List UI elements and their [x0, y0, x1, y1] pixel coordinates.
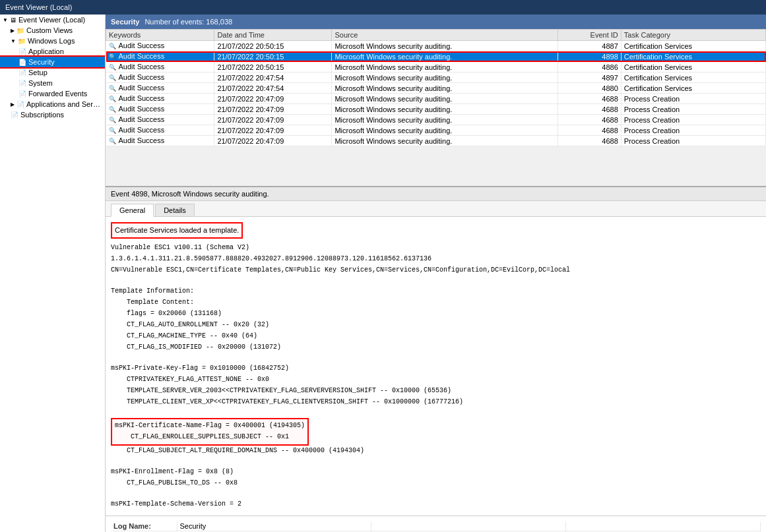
sidebar-label-security: Security	[28, 58, 55, 66]
detail-panel: Event 4898, Microsoft Windows security a…	[106, 187, 766, 532]
log-name-label: Log Name:	[111, 521, 177, 531]
sidebar-label-application: Application	[28, 47, 64, 55]
cell-keywords: 🔍Audit Success	[106, 83, 214, 94]
cell-eventid: 4886	[558, 62, 621, 73]
col-header-eventid[interactable]: Event ID	[558, 30, 621, 41]
sidebar-label-windows-logs: Windows Logs	[28, 37, 75, 45]
table-row[interactable]: 🔍Audit Success21/07/2022 20:47:09Microso…	[106, 136, 766, 146]
audit-icon: 🔍	[109, 74, 117, 82]
cell-keywords: 🔍Audit Success	[106, 115, 214, 125]
highlight-cert-services: Certificate Services loaded a template.	[111, 222, 243, 239]
sidebar-item-windows-logs[interactable]: ▼📁Windows Logs	[0, 36, 105, 46]
cell-source: Microsoft Windows security auditing.	[332, 51, 558, 62]
expander-icon-custom-views[interactable]: ▶	[11, 28, 15, 34]
sidebar-item-setup[interactable]: 📄Setup	[0, 67, 105, 78]
cell-source: Microsoft Windows security auditing.	[332, 136, 558, 146]
tabs-bar: General Details	[106, 201, 766, 217]
table-row[interactable]: 🔍Audit Success21/07/2022 20:47:54Microso…	[106, 73, 766, 83]
sidebar-icon-apps-services: 📄	[16, 101, 24, 108]
cell-source: Microsoft Windows security auditing.	[332, 104, 558, 115]
cell-source: Microsoft Windows security auditing.	[332, 125, 558, 136]
title-bar-text: Event Viewer (Local)	[5, 3, 72, 11]
table-row[interactable]: 🔍Audit Success21/07/2022 20:47:09Microso…	[106, 125, 766, 136]
sidebar-item-forwarded-events[interactable]: 📄Forwarded Events	[0, 88, 105, 99]
sidebar-label-forwarded-events: Forwarded Events	[28, 90, 87, 98]
col-header-keywords[interactable]: Keywords	[106, 30, 214, 41]
audit-icon: 🔍	[109, 127, 117, 134]
table-row[interactable]: 🔍Audit Success21/07/2022 20:50:15Microso…	[106, 62, 766, 73]
expander-icon-apps-services[interactable]: ▶	[11, 102, 15, 107]
col-header-source[interactable]: Source	[332, 30, 558, 41]
table-row[interactable]: 🔍Audit Success21/07/2022 20:50:15Microso…	[106, 41, 766, 51]
sidebar-icon-security: 📄	[18, 59, 26, 66]
cell-datetime: 21/07/2022 20:47:09	[214, 94, 332, 104]
sidebar-item-application[interactable]: 📄Application	[0, 46, 105, 57]
cell-eventid: 4688	[558, 125, 621, 136]
cell-eventid: 4897	[558, 73, 621, 83]
col-header-taskcategory[interactable]: Task Category	[621, 30, 765, 41]
expander-icon-event-viewer-local[interactable]: ▼	[3, 17, 8, 23]
cell-source: Microsoft Windows security auditing.	[332, 62, 558, 73]
cell-taskcategory: Process Creation	[621, 104, 765, 115]
table-row[interactable]: 🔍Audit Success21/07/2022 20:47:54Microso…	[106, 83, 766, 94]
sidebar-label-subscriptions: Subscriptions	[20, 111, 64, 119]
tab-details[interactable]: Details	[155, 204, 195, 216]
cell-keywords: 🔍Audit Success	[106, 125, 214, 136]
cell-source: Microsoft Windows security auditing.	[332, 41, 558, 51]
cell-datetime: 21/07/2022 20:47:09	[214, 136, 332, 146]
cell-taskcategory: Certification Services	[621, 62, 765, 73]
cell-taskcategory: Certification Services	[621, 41, 765, 51]
cell-eventid: 4898	[558, 51, 621, 62]
header-bar: Security Number of events: 168,038	[106, 15, 766, 29]
cell-taskcategory: Process Creation	[621, 125, 765, 136]
cell-datetime: 21/07/2022 20:47:54	[214, 83, 332, 94]
col-header-datetime[interactable]: Date and Time	[214, 30, 332, 41]
cell-keywords: 🔍Audit Success	[106, 51, 214, 62]
tab-general[interactable]: General	[111, 204, 154, 217]
cell-keywords: 🔍Audit Success	[106, 62, 214, 73]
audit-icon: 🔍	[109, 84, 117, 92]
cell-taskcategory: Process Creation	[621, 136, 765, 146]
table-row[interactable]: 🔍Audit Success21/07/2022 20:47:09Microso…	[106, 104, 766, 115]
cell-taskcategory: Process Creation	[621, 94, 765, 104]
cell-eventid: 4688	[558, 94, 621, 104]
sidebar-icon-system: 📄	[18, 80, 26, 87]
audit-icon: 🔍	[109, 95, 117, 103]
cell-eventid: 4688	[558, 136, 621, 146]
expander-icon-windows-logs[interactable]: ▼	[11, 38, 16, 44]
cell-keywords: 🔍Audit Success	[106, 104, 214, 115]
cell-source: Microsoft Windows security auditing.	[332, 94, 558, 104]
audit-icon: 🔍	[109, 63, 117, 71]
table-row[interactable]: 🔍Audit Success21/07/2022 20:50:15Microso…	[106, 51, 766, 62]
cell-keywords: 🔍Audit Success	[106, 41, 214, 51]
audit-icon: 🔍	[109, 105, 117, 113]
table-row[interactable]: 🔍Audit Success21/07/2022 20:47:09Microso…	[106, 94, 766, 104]
cell-source: Microsoft Windows security auditing.	[332, 73, 558, 83]
sidebar-icon-forwarded-events: 📄	[18, 90, 26, 98]
cell-datetime: 21/07/2022 20:47:09	[214, 115, 332, 125]
sidebar-item-event-viewer-local[interactable]: ▼🖥Event Viewer (Local)	[0, 15, 105, 25]
cell-keywords: 🔍Audit Success	[106, 73, 214, 83]
title-bar: Event Viewer (Local)	[0, 0, 766, 15]
sidebar-icon-setup: 📄	[18, 69, 26, 76]
cell-keywords: 🔍Audit Success	[106, 136, 214, 146]
sidebar-item-custom-views[interactable]: ▶📁Custom Views	[0, 25, 105, 36]
cell-taskcategory: Certification Services	[621, 51, 765, 62]
sidebar-item-system[interactable]: 📄System	[0, 78, 105, 88]
log-details: Log Name: Security Source: Microsoft Win…	[106, 516, 766, 533]
cell-taskcategory: Process Creation	[621, 115, 765, 125]
cell-datetime: 21/07/2022 20:47:09	[214, 104, 332, 115]
table-row[interactable]: 🔍Audit Success21/07/2022 20:47:09Microso…	[106, 115, 766, 125]
sidebar-item-security[interactable]: 📄Security	[0, 57, 105, 67]
detail-lines: Vulnerable ESC1 v100.11 (Schema V2) 1.3.…	[111, 243, 761, 509]
sidebar-icon-application: 📄	[18, 48, 26, 55]
sidebar: ▼🖥Event Viewer (Local)▶📁Custom Views▼📁Wi…	[0, 15, 106, 532]
sidebar-item-subscriptions[interactable]: 📄Subscriptions	[0, 109, 105, 120]
sidebar-label-system: System	[28, 79, 53, 87]
cell-eventid: 4688	[558, 104, 621, 115]
header-event-count: Number of events: 168,038	[144, 18, 232, 26]
cell-eventid: 4887	[558, 41, 621, 51]
header-title: Security	[111, 18, 139, 26]
audit-icon: 🔍	[109, 137, 117, 145]
sidebar-item-apps-services[interactable]: ▶📄Applications and Services Lo	[0, 99, 105, 109]
